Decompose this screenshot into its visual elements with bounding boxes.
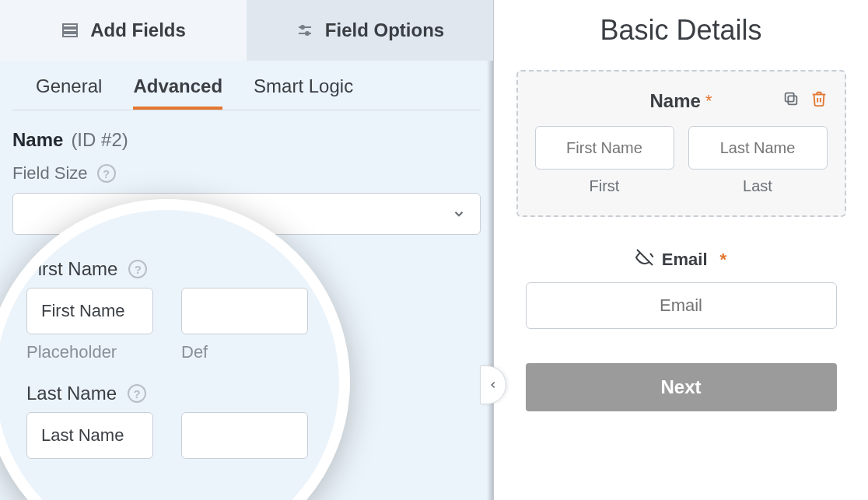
tab-add-fields-label: Add Fields: [90, 19, 186, 41]
field-size-select[interactable]: [12, 193, 481, 235]
lens-placeholder-label: Placeholder: [26, 342, 153, 362]
preview-last-caption: Last: [688, 177, 828, 195]
tab-field-options[interactable]: Field Options: [247, 0, 493, 61]
list-icon: [61, 21, 79, 40]
lens-first-name-placeholder-input[interactable]: [26, 288, 153, 334]
required-star: *: [705, 91, 712, 111]
tab-add-fields[interactable]: Add Fields: [0, 0, 247, 61]
preview-first-caption: First: [535, 177, 674, 195]
help-icon[interactable]: ?: [97, 164, 116, 183]
lens-last-name-label: Last Name: [26, 383, 117, 404]
duplicate-icon[interactable]: [782, 90, 800, 107]
magnifier-lens: First Name ? Placeholder Def: [0, 199, 350, 500]
help-icon[interactable]: ?: [128, 260, 147, 278]
preview-name-title: Name: [650, 90, 701, 112]
preview-first-name-input[interactable]: [535, 126, 674, 170]
section-heading: Name (ID #2): [0, 110, 493, 151]
lens-first-name-default-input[interactable]: [181, 288, 308, 334]
preview-email-label-row: Email *: [635, 248, 726, 271]
svg-rect-2: [63, 33, 77, 37]
lens-default-label-cut: Def: [181, 342, 308, 362]
required-star: *: [720, 250, 727, 270]
preview-name-card[interactable]: Name * First Last: [516, 70, 846, 217]
svg-rect-1: [63, 29, 77, 32]
sub-tabs: General Advanced Smart Logic: [12, 61, 481, 110]
lens-last-name-placeholder-input[interactable]: [26, 412, 153, 459]
chevron-left-icon: [488, 379, 499, 390]
preview-title: Basic Details: [600, 14, 761, 47]
subtab-general[interactable]: General: [36, 75, 102, 110]
tab-field-options-label: Field Options: [325, 19, 444, 41]
preview-email-label: Email: [662, 250, 708, 270]
preview-email-input[interactable]: [526, 282, 837, 329]
svg-rect-0: [63, 24, 77, 27]
lens-first-name-label: First Name: [26, 258, 117, 280]
section-id-text: (ID #2): [71, 129, 128, 151]
lens-last-name-default-input[interactable]: [181, 412, 308, 459]
sidebar-panel: Add Fields Field Options General Advance…: [0, 0, 494, 500]
hidden-eye-icon: [635, 248, 654, 271]
field-size-label: Field Size: [12, 163, 88, 184]
svg-rect-8: [785, 93, 793, 102]
trash-icon[interactable]: [810, 90, 828, 107]
section-name-label: Name: [12, 129, 63, 151]
next-button[interactable]: Next: [526, 363, 837, 411]
help-icon[interactable]: ?: [128, 384, 146, 403]
preview-last-name-input[interactable]: [688, 126, 828, 170]
subtab-smart-logic[interactable]: Smart Logic: [254, 75, 353, 110]
sliders-icon: [296, 21, 314, 40]
form-preview-panel: Basic Details Name * First: [494, 0, 868, 500]
chevron-down-icon: [452, 207, 466, 221]
subtab-advanced[interactable]: Advanced: [133, 75, 222, 110]
primary-tabs: Add Fields Field Options: [0, 0, 493, 61]
svg-rect-7: [788, 96, 796, 104]
